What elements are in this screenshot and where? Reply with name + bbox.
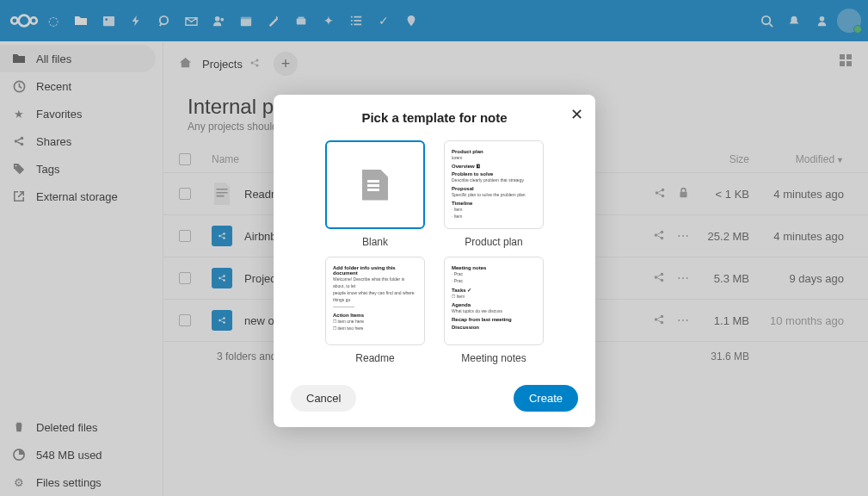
template-meetingnotes[interactable]: Meeting notes· Prac· PracTasks ✓☐ ItemAg… bbox=[444, 257, 544, 364]
template-preview bbox=[325, 140, 425, 229]
template-preview: Add folder info using this documentWelco… bbox=[325, 257, 425, 345]
template-label: Readme bbox=[355, 352, 394, 364]
template-blank[interactable]: Blank bbox=[325, 140, 425, 248]
template-label: Blank bbox=[362, 236, 388, 248]
template-productplan[interactable]: Product planloremOverview 🗓Problem to so… bbox=[444, 140, 544, 248]
template-label: Product plan bbox=[465, 236, 522, 248]
template-preview: Product planloremOverview 🗓Problem to so… bbox=[444, 140, 544, 229]
template-preview: Meeting notes· Prac· PracTasks ✓☐ ItemAg… bbox=[444, 257, 544, 345]
template-label: Meeting notes bbox=[461, 352, 526, 364]
close-icon[interactable]: ✕ bbox=[570, 105, 583, 124]
modal-title: Pick a template for note bbox=[274, 95, 595, 135]
cancel-button[interactable]: Cancel bbox=[291, 385, 356, 412]
template-readme[interactable]: Add folder info using this documentWelco… bbox=[325, 257, 425, 364]
create-button[interactable]: Create bbox=[514, 385, 578, 412]
template-picker-modal: ✕ Pick a template for note BlankProduct … bbox=[274, 95, 595, 427]
